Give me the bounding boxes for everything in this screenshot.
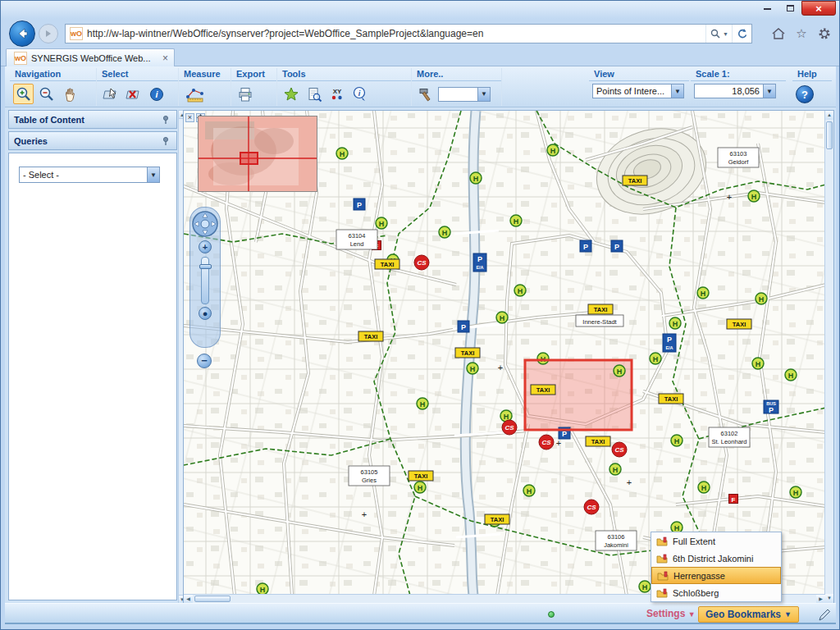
zoom-slider[interactable]: [201, 257, 209, 304]
title-bar: ×: [1, 1, 839, 19]
more-tool-select[interactable]: ▼: [438, 87, 491, 102]
measure-tool-button[interactable]: [182, 84, 210, 104]
svg-text:63103: 63103: [730, 150, 747, 158]
vertical-scroll-thumb[interactable]: [826, 121, 833, 149]
refresh-button[interactable]: [732, 25, 751, 43]
geo-bookmark-label: 6th District Jakomini: [673, 554, 753, 564]
query-select[interactable]: - Select - ▼: [19, 167, 160, 183]
edit-tools-button[interactable]: [817, 607, 832, 625]
favorites-button[interactable]: ☆: [793, 25, 810, 42]
xy-coordinates-button[interactable]: XY: [326, 84, 347, 104]
print-preview-button[interactable]: [304, 84, 324, 104]
svg-text:H: H: [701, 290, 706, 298]
scroll-down-icon[interactable]: ▼: [825, 594, 833, 603]
geo-bookmark-label: Schloßberg: [673, 588, 719, 598]
geo-bookmark-label: Herrengasse: [673, 571, 725, 581]
section-label-scale: Scale 1:: [691, 68, 786, 81]
scale-caret-icon[interactable]: ▼: [763, 84, 775, 98]
geo-bookmark-item-selected[interactable]: Herrengasse: [651, 567, 781, 584]
svg-text:CS: CS: [614, 446, 624, 454]
geo-bookmark-item[interactable]: Schloßberg: [651, 584, 781, 601]
zoom-step-button[interactable]: ●: [199, 307, 212, 320]
svg-text:TAXI: TAXI: [536, 386, 550, 394]
address-input[interactable]: wO http://w-lap-wintner/WebOffice/synser…: [65, 24, 752, 43]
svg-text:Gries: Gries: [362, 477, 377, 484]
home-icon: [771, 26, 786, 41]
pin-icon[interactable]: [162, 115, 171, 125]
status-indicator-dot: [548, 611, 555, 618]
overview-extent-box[interactable]: [240, 153, 258, 164]
identify-tool-button[interactable]: i: [146, 84, 167, 104]
scroll-right-icon[interactable]: ▶: [816, 595, 825, 603]
svg-text:Lend: Lend: [350, 240, 364, 248]
tab-favicon: wO: [14, 52, 27, 65]
more-select-caret-icon[interactable]: ▼: [477, 88, 490, 101]
identify-balloon-button[interactable]: i: [349, 84, 370, 104]
zoom-in-tool-button[interactable]: [13, 84, 34, 104]
print-button[interactable]: [235, 84, 255, 104]
query-select-value: - Select -: [20, 170, 147, 180]
back-button[interactable]: [9, 21, 35, 47]
bookmark-folder-icon: [656, 588, 668, 598]
view-select-value: Points of Intere...: [593, 86, 671, 96]
map-vertical-scrollbar[interactable]: ▲ ▼: [824, 111, 833, 603]
advanced-tools-button[interactable]: [415, 84, 436, 104]
svg-text:H: H: [473, 175, 479, 183]
clear-selection-button[interactable]: [123, 84, 144, 104]
horizontal-scroll-thumb[interactable]: [194, 596, 231, 602]
scale-input[interactable]: 18,056 ▼: [694, 84, 776, 98]
overview-close-icon[interactable]: ×: [185, 113, 194, 122]
zoom-in-button[interactable]: +: [199, 240, 212, 253]
minimize-button[interactable]: [756, 1, 778, 16]
svg-text:H: H: [756, 360, 761, 368]
home-button[interactable]: [770, 25, 787, 42]
close-button[interactable]: ×: [801, 1, 836, 16]
geo-bookmark-item[interactable]: 6th District Jakomini: [651, 550, 781, 567]
svg-text:CS: CS: [417, 259, 427, 267]
svg-text:H: H: [550, 147, 556, 155]
svg-text:H: H: [759, 295, 765, 304]
geo-bookmark-item[interactable]: Full Extent: [651, 532, 781, 550]
url-text[interactable]: http://w-lap-wintner/WebOffice/synserver…: [87, 28, 705, 39]
scroll-left-icon[interactable]: ◀: [184, 595, 193, 603]
svg-text:H: H: [751, 193, 757, 201]
overview-map[interactable]: [198, 116, 317, 192]
svg-text:TAXI: TAXI: [591, 438, 605, 445]
settings-gear-button[interactable]: [816, 25, 833, 42]
panel-queries[interactable]: Queries: [8, 131, 177, 150]
search-dropdown-button[interactable]: ▼: [705, 25, 732, 43]
help-button[interactable]: ?: [796, 85, 814, 103]
svg-text:CS: CS: [541, 439, 551, 446]
add-favorite-button[interactable]: [281, 84, 301, 104]
tab-close-icon[interactable]: ×: [160, 52, 171, 64]
forward-button[interactable]: [39, 24, 58, 43]
map-nav-widget[interactable]: + ●: [189, 207, 221, 348]
pin-icon[interactable]: [162, 136, 171, 146]
map-area[interactable]: +++++PPPPPPE/APE/ABUSPFFHHHHHHHHHHHHHHHH…: [183, 110, 834, 604]
svg-text:Jakomini: Jakomini: [604, 541, 628, 549]
maximize-button[interactable]: [778, 1, 801, 16]
tab-weboffice[interactable]: wO SYNERGIS WebOffice Web... ×: [6, 48, 175, 66]
zoom-out-button[interactable]: −: [197, 354, 212, 368]
select-tool-button[interactable]: [100, 84, 121, 104]
section-label-select: Select: [97, 68, 178, 81]
svg-text:St. Leonhard: St. Leonhard: [712, 438, 747, 445]
settings-button[interactable]: Settings ▼: [646, 608, 696, 619]
svg-text:63102: 63102: [721, 430, 738, 437]
svg-text:H: H: [613, 466, 619, 474]
zoom-out-tool-button[interactable]: [36, 84, 57, 104]
toolbar-section-help: Help ?: [792, 68, 832, 106]
panel-table-of-content[interactable]: Table of Content: [8, 110, 177, 129]
svg-text:P: P: [583, 243, 588, 251]
zoom-slider-handle[interactable]: [199, 264, 212, 269]
view-select-caret-icon[interactable]: ▼: [671, 84, 683, 98]
svg-text:Innere-Stadt: Innere-Stadt: [582, 318, 617, 326]
scroll-up-icon[interactable]: ▲: [825, 111, 833, 120]
pan-tool-button[interactable]: [59, 84, 80, 104]
toolbar: Navigation Select: [5, 66, 836, 107]
query-select-caret-icon[interactable]: ▼: [147, 167, 159, 182]
view-select[interactable]: Points of Intere... ▼: [592, 84, 684, 98]
footer-bar: Settings ▼ Geo Bookmarks ▼: [5, 603, 836, 624]
geo-bookmarks-button[interactable]: Geo Bookmarks ▼: [698, 606, 799, 623]
pan-compass[interactable]: [191, 210, 219, 238]
